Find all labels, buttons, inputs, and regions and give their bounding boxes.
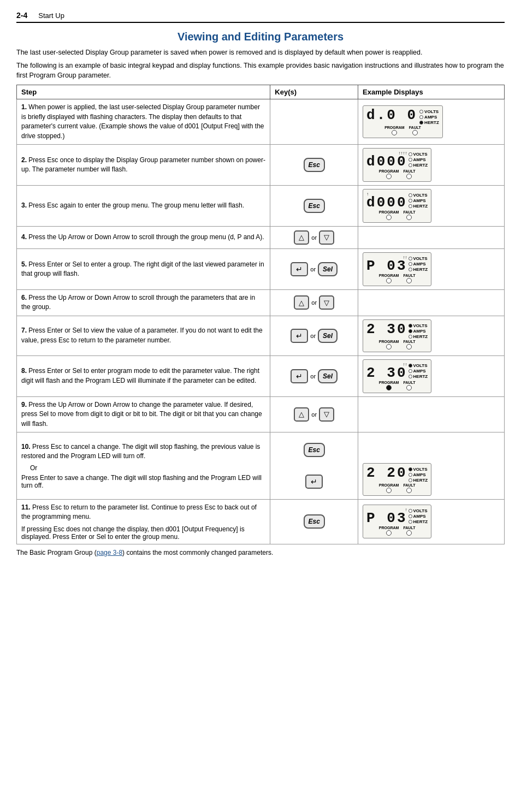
table-row: 7. Press Enter or Sel to view the value … (17, 316, 505, 355)
step-num-1: 1. (21, 103, 27, 111)
step-text-4: Press the Up Arrow or Down Arrow to scro… (28, 233, 264, 241)
key-cell-3: Esc (270, 185, 358, 226)
digits-3: d000 (366, 195, 407, 210)
col-header-display: Example Displays (358, 85, 505, 99)
prog-fault-7: PROGRAM FAULT (379, 340, 416, 349)
footer-link[interactable]: page 3-8 (97, 549, 122, 556)
esc-key-10[interactable]: Esc (304, 443, 325, 457)
step-num-11: 11. (21, 503, 31, 511)
display-cell-11: ↑ P 03 VOLTS AMPS HERTZ PROGRAM (358, 499, 505, 544)
step-text-3: Press Esc again to enter the group menu.… (28, 201, 244, 209)
display-11: ↑ P 03 VOLTS AMPS HERTZ PROGRAM (363, 505, 431, 538)
sel-key-5[interactable]: Sel (318, 262, 338, 276)
key-cell-5: ↵ or Sel (270, 248, 358, 289)
step-text-11: Press Esc to return to the parameter lis… (21, 503, 257, 520)
display-cell-10: 2 20 VOLTS AMPS HERTZ PROGRAM (358, 432, 505, 499)
step-text-2: Press Esc once to display the Display Gr… (21, 156, 265, 173)
down-arrow-6[interactable]: ▽ (319, 295, 334, 310)
or-label-10: Or (30, 464, 265, 472)
key-cell-1 (270, 99, 358, 145)
display-cell-6 (358, 289, 505, 316)
keys-row-7: ↵ or Sel (275, 328, 353, 343)
display-cell-5: ↑↑ P 03 VOLTS AMPS HERTZ PROGRAM (358, 248, 505, 289)
enter-key-10[interactable]: ↵ (305, 475, 323, 489)
step-cell-9: 9. Press the Up Arrow or Down Arrow to c… (17, 396, 270, 432)
esc-key-3[interactable]: Esc (304, 199, 325, 213)
display-1: d.0 0 VOLTS AMPS HERTZ PROGRAM (363, 105, 443, 138)
keys-row-9: △ or ▽ (275, 407, 353, 422)
key-cell-2: Esc (270, 144, 358, 185)
vah-7: VOLTS AMPS HERTZ (408, 323, 428, 339)
key-cell-10: Esc ↵ (270, 432, 358, 499)
table-row: 11. Press Esc to return to the parameter… (17, 499, 505, 544)
sel-key-7[interactable]: Sel (318, 329, 338, 343)
down-arrow-4[interactable]: ▽ (319, 230, 334, 245)
enter-key-7[interactable]: ↵ (291, 329, 308, 343)
table-row: 5. Press Enter or Sel to enter a group. … (17, 248, 505, 289)
table-row: 10. Press Esc to cancel a change. The di… (17, 432, 505, 499)
digits-2: d000 (366, 155, 407, 169)
step-num-6: 6. (21, 294, 27, 301)
footer: The Basic Program Group (page 3-8) conta… (16, 549, 505, 556)
prog-fault-1: PROGRAM FAULT (384, 126, 421, 135)
step-cell-8: 8. Press Enter or Sel to enter program m… (17, 355, 270, 396)
vah-2: VOLTS AMPS HERTZ (408, 152, 428, 168)
step-num-10: 10. (21, 443, 31, 451)
display-7: 2 30 VOLTS AMPS HERTZ PROGRAM (363, 319, 431, 352)
esc-key-2[interactable]: Esc (304, 158, 325, 172)
table-row: 4. Press the Up Arrow or Down Arrow to s… (17, 226, 505, 248)
step-text-10: Press Esc to cancel a change. The digit … (21, 443, 260, 460)
display-cell-3: ↑ d000 VOLTS AMPS HERTZ PROGRAM (358, 185, 505, 226)
step-cell-11: 11. Press Esc to return to the parameter… (17, 499, 270, 544)
digits-10: 2 20 (366, 466, 407, 480)
page-number: 2-4 (16, 11, 27, 20)
enter-key-8[interactable]: ↵ (291, 369, 308, 383)
step-num-7: 7. (21, 327, 27, 334)
step-text-7: Press Enter or Sel to view the value of … (21, 327, 263, 343)
display-cell-1: d.0 0 VOLTS AMPS HERTZ PROGRAM (358, 99, 505, 145)
prog-fault-5: PROGRAM FAULT (379, 274, 416, 283)
step-num-2: 2. (21, 156, 27, 164)
up-arrow-9[interactable]: △ (294, 407, 309, 422)
step-text-5: Press Enter or Sel to enter a group. The… (21, 260, 264, 277)
step-text-8: Press Enter or Sel to enter program mode… (21, 367, 259, 384)
table-row: 3. Press Esc again to enter the group me… (17, 185, 505, 226)
or-7: or (310, 333, 316, 339)
key-cell-11: Esc (270, 499, 358, 544)
table-row: 1. When power is applied, the last user-… (17, 99, 505, 145)
prog-fault-10: PROGRAM FAULT (379, 483, 416, 493)
step-text-1: When power is applied, the last user-sel… (21, 103, 264, 139)
up-arrow-6[interactable]: △ (294, 295, 309, 310)
table-row: 6. Press the Up Arrow or Down Arrow to s… (17, 289, 505, 316)
or-8: or (310, 373, 316, 380)
up-arrow-4[interactable]: △ (294, 230, 309, 245)
keys-row-3: Esc (275, 198, 353, 214)
prog-fault-3: PROGRAM FAULT (379, 210, 416, 220)
display-cell-4 (358, 226, 505, 248)
vah-1: VOLTS AMPS HERTZ (419, 109, 439, 125)
keys-row-4: △ or ▽ (275, 230, 353, 245)
display-cell-8: ↑↑ 2 30 VOLTS AMPS HERTZ PROGRAM (358, 355, 505, 396)
digits-8: 2 30 (366, 366, 407, 380)
keys-row-6: △ or ▽ (275, 295, 353, 310)
table-row: 8. Press Enter or Sel to enter program m… (17, 355, 505, 396)
esc-key-11[interactable]: Esc (304, 514, 325, 529)
digits-11: P 03 (366, 511, 407, 525)
step-text-11b: If pressing Esc does not change the disp… (21, 525, 265, 541)
down-arrow-9[interactable]: ▽ (319, 407, 334, 422)
or-4: or (311, 234, 317, 241)
table-row: 9. Press the Up Arrow or Down Arrow to c… (17, 396, 505, 432)
enter-key-5[interactable]: ↵ (291, 262, 308, 276)
or-5: or (310, 266, 316, 272)
vah-5: VOLTS AMPS HERTZ (408, 256, 428, 272)
step-num-3: 3. (21, 201, 27, 209)
key-cell-6: △ or ▽ (270, 289, 358, 316)
prog-fault-2: PROGRAM FAULT (379, 169, 416, 179)
sel-key-8[interactable]: Sel (318, 369, 338, 383)
step-cell-3: 3. Press Esc again to enter the group me… (17, 185, 270, 226)
digits-7: 2 30 (366, 322, 407, 336)
step-cell-2: 2. Press Esc once to display the Display… (17, 144, 270, 185)
step-cell-5: 5. Press Enter or Sel to enter a group. … (17, 248, 270, 289)
vah-3: VOLTS AMPS HERTZ (408, 193, 428, 209)
keys-row-5: ↵ or Sel (275, 262, 353, 277)
